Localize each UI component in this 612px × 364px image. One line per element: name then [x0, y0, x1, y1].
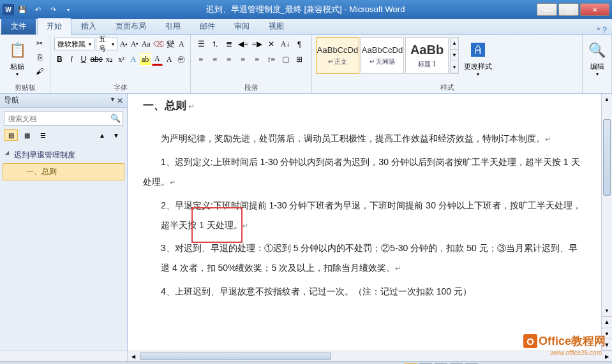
maximize-button[interactable]: ▢ [558, 3, 579, 16]
qat-undo-icon[interactable]: ↶ [31, 3, 45, 17]
scroll-down-icon[interactable]: ▼ [602, 305, 612, 316]
tab-mailings[interactable]: 邮件 [190, 18, 225, 34]
qat-customize-icon[interactable]: ▾ [61, 3, 75, 17]
tree-item-root[interactable]: 迟到早退管理制度 [3, 147, 124, 163]
hscroll-left-icon[interactable]: ◀ [128, 351, 138, 361]
style-scroll-more-icon[interactable]: ▾ [451, 61, 458, 73]
nav-dropdown-icon[interactable]: ▼ [110, 96, 116, 105]
borders-button[interactable]: ⊞ [293, 53, 306, 66]
scroll-up-icon[interactable]: ▲ [602, 94, 612, 105]
scroll-thumb[interactable] [603, 119, 611, 196]
tab-layout[interactable]: 页面布局 [106, 18, 156, 34]
nav-close-icon[interactable]: ✕ [117, 96, 123, 105]
format-painter-button[interactable]: 🖌 [33, 65, 46, 78]
hscroll-thumb[interactable] [140, 353, 331, 360]
justify-button[interactable]: ≡ [237, 53, 250, 66]
ribbon-tabs: 文件 开始 插入 页面布局 引用 邮件 审阅 视图 ^ ? [0, 19, 612, 35]
highlight-button[interactable]: ab [140, 53, 151, 66]
tab-file[interactable]: 文件 [1, 18, 36, 34]
tab-view[interactable]: 视图 [259, 18, 294, 34]
sort-button[interactable]: A↓ [279, 38, 292, 50]
italic-button[interactable]: I [66, 53, 77, 66]
shrink-font-button[interactable]: A▾ [130, 38, 140, 50]
help-icon[interactable]: ? [602, 25, 607, 34]
subscript-button[interactable]: x₂ [104, 53, 115, 66]
group-label-editing [586, 84, 608, 92]
tab-insert[interactable]: 插入 [71, 18, 106, 34]
bullets-button[interactable]: ☰ [195, 38, 207, 50]
search-icon[interactable]: 🔍 [110, 113, 121, 123]
editing-button[interactable]: 🔍 编辑 ▾ [586, 37, 608, 80]
ribbon-minimize-icon[interactable]: ^ [597, 26, 600, 34]
font-color-button[interactable]: A [152, 53, 163, 66]
nav-view-pages[interactable]: ▦ [20, 129, 34, 141]
qat-save-icon[interactable]: 💾 [15, 3, 29, 17]
nav-pane-header: 导航 ▼ ✕ [0, 94, 127, 108]
nav-tree: 迟到早退管理制度 一、总则 [0, 145, 127, 351]
heading-1: 一、总则 ↵ [143, 94, 582, 117]
font-family-combo[interactable]: 微软雅黑 ▾ [54, 38, 94, 50]
nav-view-headings[interactable]: ▤ [4, 129, 18, 141]
close-button[interactable]: ✕ [580, 3, 609, 16]
align-center-button[interactable]: ≡ [209, 53, 221, 66]
style-scroll-up-icon[interactable]: ▲ [451, 38, 458, 50]
change-styles-button[interactable]: 🅰 更改样式 ▾ [461, 37, 495, 80]
horizontal-scrollbar[interactable]: ◀ ▶ [0, 351, 612, 361]
nav-view-results[interactable]: ☰ [36, 129, 50, 141]
browse-object-icon[interactable]: ● [602, 328, 612, 340]
tab-review[interactable]: 审阅 [225, 18, 259, 34]
nav-next-icon[interactable]: ▼ [109, 129, 123, 141]
group-paragraph: ☰ ⒈ ≣ ◀≡ ≡▶ ✕ A↓ ¶ ≡ ≡ ≡ ≡ ≡ ↕≡ ▢ ⊞ 段落 [191, 35, 312, 93]
style-scroll-down-icon[interactable]: ▼ [451, 50, 458, 62]
increase-indent-button[interactable]: ≡▶ [251, 38, 264, 50]
char-shading-button[interactable]: A [164, 53, 175, 66]
tab-home[interactable]: 开始 [37, 18, 71, 35]
decrease-indent-button[interactable]: ◀≡ [237, 38, 250, 50]
line-spacing-button[interactable]: ↕≡ [265, 53, 278, 66]
hscroll-right-icon[interactable]: ▶ [601, 351, 612, 361]
nav-pane-title: 导航 [4, 95, 19, 106]
underline-button[interactable]: U [78, 53, 89, 66]
tree-item-section1[interactable]: 一、总则 [3, 163, 124, 180]
style-nospacing[interactable]: AaBbCcDd ↵ 无间隔 [361, 37, 404, 74]
copy-button[interactable]: ⎘ [33, 51, 46, 64]
minimize-button[interactable]: — [537, 3, 557, 16]
browse-next-icon[interactable]: ▼ [602, 339, 612, 351]
bold-button[interactable]: B [54, 53, 65, 66]
paste-button[interactable]: 📋 粘贴 ▾ [4, 37, 31, 80]
show-marks-button[interactable]: ¶ [293, 38, 306, 50]
paragraph: 4、上班迟到、早退故意不按指纹者，记过一次。（注：记过一次扣款 100 元） [161, 282, 582, 302]
change-case-button[interactable]: Aa [141, 38, 151, 50]
align-left-button[interactable]: ≡ [195, 53, 207, 66]
qat-redo-icon[interactable]: ↷ [46, 3, 60, 17]
grow-font-button[interactable]: A▴ [119, 38, 128, 50]
text-direction-button[interactable]: ✕ [265, 38, 278, 50]
main-area: 导航 ▼ ✕ 🔍 ▤ ▦ ☰ ▲ ▼ 迟到早退管理制度 一、总则 ▾ [0, 94, 612, 351]
char-border-button[interactable]: A [177, 38, 186, 50]
nav-search-input[interactable] [4, 112, 123, 126]
style-gallery-scroll[interactable]: ▲ ▼ ▾ [450, 37, 459, 74]
multilevel-button[interactable]: ≣ [223, 38, 235, 50]
tab-references[interactable]: 引用 [156, 18, 190, 34]
text-effects-button[interactable]: A [128, 53, 139, 66]
distribute-button[interactable]: ≡ [251, 53, 264, 66]
superscript-button[interactable]: x² [116, 53, 127, 66]
nav-prev-icon[interactable]: ▲ [95, 129, 109, 141]
document-scroll[interactable]: 一、总则 ↵ 为严明纪律，奖励先进，处罚落后，调动员工积极性，提高工作效益和经济… [128, 94, 601, 351]
strikethrough-button[interactable]: abc [90, 53, 103, 66]
font-size-combo[interactable]: 五号 ▾ [96, 38, 118, 50]
shading-button[interactable]: ▢ [279, 53, 292, 66]
clear-format-button[interactable]: ⌫ [153, 38, 165, 50]
browse-prev-icon[interactable]: ▲ [602, 317, 612, 328]
phonetic-guide-button[interactable]: 變 [166, 38, 175, 50]
align-right-button[interactable]: ≡ [223, 53, 235, 66]
numbering-button[interactable]: ⒈ [209, 38, 221, 50]
style-normal[interactable]: AaBbCcDd ↵ 正文 [316, 37, 359, 74]
enclose-char-button[interactable]: ㊥ [175, 53, 186, 66]
status-bar: 复制到何处? ▦ ▣ ☷ ☰ ≡ 100% − + [0, 361, 612, 364]
document-container: ▾ 一、总则 ↵ 为严明纪律，奖励先进，处罚落后，调动员工积极性，提高工作效益和… [128, 94, 612, 351]
group-label-paragraph: 段落 [195, 82, 308, 92]
style-heading1[interactable]: AaBb 标题 1 [405, 37, 449, 74]
cut-button[interactable]: ✂ [33, 37, 46, 50]
vertical-scrollbar[interactable]: ▲ ▼ ▲ ● ▼ [601, 94, 612, 351]
